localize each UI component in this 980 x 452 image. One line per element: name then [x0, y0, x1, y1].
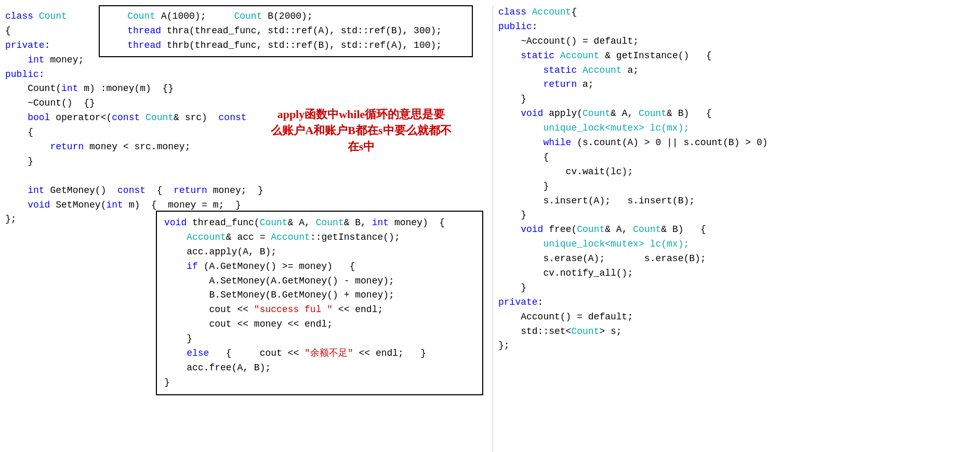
right-panel: class Account{ public: ~Account() = defa…: [493, 5, 980, 452]
page-container: Count A(1000); Count B(2000); thread thr…: [0, 0, 980, 452]
top-code-box: Count A(1000); Count B(2000); thread thr…: [99, 5, 473, 57]
top-box-code: Count A(1000); Count B(2000); thread thr…: [105, 9, 467, 53]
account-class-code: class Account{ public: ~Account() = defa…: [498, 5, 980, 353]
thread-func-code: void thread_func(Count& A, Count& B, int…: [164, 216, 475, 390]
left-panel: Count A(1000); Count B(2000); thread thr…: [5, 5, 493, 452]
annotation-text: apply函数中while循环的意思是要么账户A和账户B都在s中要么就都不在s中: [260, 107, 462, 154]
bottom-code-box: void thread_func(Count& A, Count& B, int…: [156, 211, 483, 395]
